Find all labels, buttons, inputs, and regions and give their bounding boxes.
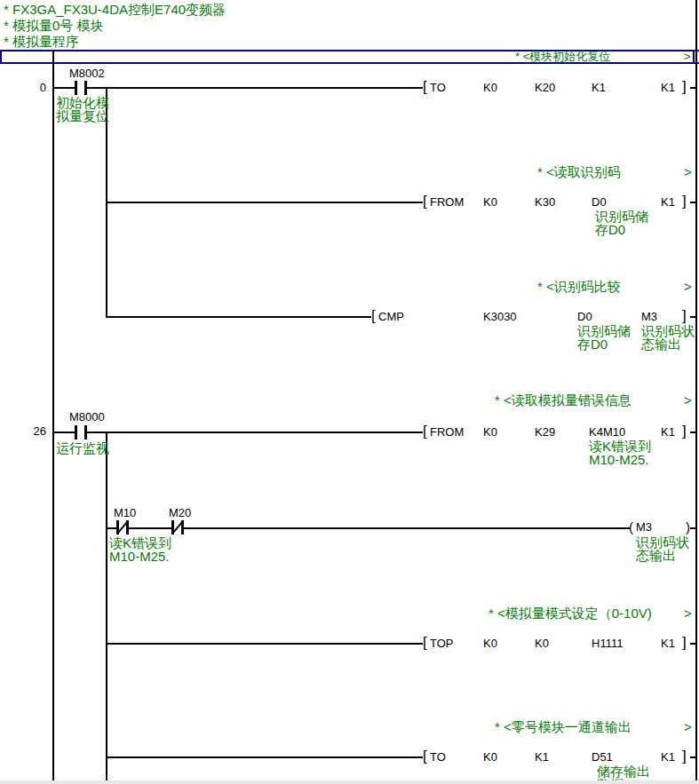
contact-bar bbox=[84, 81, 87, 95]
instruction-close-bracket: ] bbox=[682, 425, 687, 438]
contact-name: M10 bbox=[114, 507, 136, 519]
instruction-open-bracket: [ bbox=[423, 637, 427, 649]
instruction-close-bracket: ] bbox=[682, 750, 687, 763]
instruction-open-bracket: [ bbox=[423, 750, 427, 763]
rung-line bbox=[106, 202, 423, 203]
instruction-opcode: FROM bbox=[430, 426, 464, 439]
contact-name: M8000 bbox=[69, 411, 105, 424]
section-arrow: > bbox=[684, 280, 692, 294]
instruction-operand: D0 bbox=[577, 311, 592, 323]
ladder-editor-view: * FX3GA_FX3U-4DA控制E740变频器 * 模拟量0号 模块 * 模… bbox=[0, 0, 699, 784]
section-arrow: > bbox=[684, 165, 692, 179]
program-comment: * 模拟量程序 bbox=[4, 35, 79, 49]
instruction-operand: K1 bbox=[661, 196, 675, 209]
rung-line bbox=[54, 432, 423, 433]
section-arrow: > bbox=[684, 606, 692, 621]
instruction-open-bracket: [ bbox=[423, 425, 427, 438]
section-banner-init-arrow: > bbox=[684, 51, 691, 62]
instruction-operand: K1 bbox=[661, 426, 675, 439]
instruction-operand: K0 bbox=[535, 637, 549, 650]
section-comment-read-err: * <读取模拟量错误信息 bbox=[495, 393, 631, 408]
contact-comment: 读K错误到 M10-M25. bbox=[109, 536, 171, 563]
banner-left-edge bbox=[0, 50, 2, 64]
contact-name: M8002 bbox=[69, 67, 105, 80]
section-banner-init: * <模块初始化复位 bbox=[515, 51, 610, 62]
section-comment-ch1-out: * <零号模块一通道输出 bbox=[495, 720, 631, 734]
instruction-opcode: TO bbox=[430, 82, 446, 94]
contact-name: M20 bbox=[169, 507, 191, 519]
instruction-operand: K0 bbox=[483, 82, 497, 94]
left-power-rail bbox=[52, 50, 54, 784]
instruction-operand: K3030 bbox=[483, 311, 517, 323]
instruction-operand: K1 bbox=[661, 82, 675, 94]
rung-line bbox=[54, 87, 423, 89]
contact-comment: 运行监视 bbox=[56, 441, 109, 455]
branch-line bbox=[106, 432, 107, 784]
instruction-opcode: TOP bbox=[430, 637, 454, 650]
rung-line bbox=[690, 202, 695, 203]
section-comment-read-id: * <读取识别码 bbox=[537, 165, 621, 179]
instruction-operand: H1111 bbox=[592, 637, 623, 650]
instruction-operand: K0 bbox=[483, 196, 497, 209]
instruction-close-bracket: ] bbox=[682, 310, 687, 322]
operand-comment: 读K错误到 M10-M25. bbox=[589, 440, 651, 466]
section-comment-mode-set: * <模拟量模式设定（0-10V) bbox=[489, 606, 652, 621]
contact-bar bbox=[75, 425, 77, 440]
instruction-operand: D0 bbox=[592, 196, 607, 209]
instruction-open-bracket: [ bbox=[423, 81, 427, 93]
instruction-close-bracket: ] bbox=[682, 637, 687, 649]
operand-comment: 识别码储 存D0 bbox=[595, 210, 648, 236]
no-contact-m8000[interactable] bbox=[75, 425, 87, 440]
rung-line bbox=[690, 87, 695, 89]
rung-number: 0 bbox=[7, 82, 46, 94]
instruction-close-bracket: ] bbox=[682, 195, 687, 208]
instruction-operand: K0 bbox=[483, 426, 497, 439]
instruction-operand: K1 bbox=[661, 751, 675, 764]
rung-number: 26 bbox=[7, 425, 46, 438]
section-comment-cmp-id: * <识别码比较 bbox=[537, 280, 621, 294]
rung-line bbox=[106, 527, 630, 529]
rung-line bbox=[106, 756, 423, 758]
module-comment: * 模拟量0号 模块 bbox=[4, 19, 104, 33]
instruction-operand: K1 bbox=[592, 82, 606, 94]
instruction-operand: K0 bbox=[483, 637, 497, 650]
rung-line bbox=[690, 432, 695, 433]
section-arrow: > bbox=[684, 393, 692, 408]
instruction-opcode: TO bbox=[430, 751, 446, 764]
operand-comment: 识别码储 存D0 bbox=[577, 324, 631, 351]
rung-line bbox=[690, 316, 695, 318]
nc-contact-m10[interactable] bbox=[116, 520, 129, 535]
rung-line bbox=[106, 643, 423, 645]
section-arrow: > bbox=[684, 720, 692, 734]
nc-contact-m20[interactable] bbox=[171, 520, 184, 535]
contact-comment: 初始化模 拟量复位 bbox=[56, 96, 109, 123]
coil-open-paren: ( bbox=[629, 521, 633, 534]
contact-bar bbox=[75, 81, 77, 95]
instruction-opcode: CMP bbox=[378, 311, 404, 323]
rung-line bbox=[690, 643, 695, 645]
instruction-operand: K29 bbox=[535, 426, 555, 439]
instruction-operand: K0 bbox=[483, 751, 497, 764]
instruction-operand: M3 bbox=[641, 311, 657, 323]
banner-right-edge bbox=[693, 50, 695, 64]
coil-close-paren: ) bbox=[686, 521, 690, 534]
rung-line bbox=[690, 527, 695, 529]
instruction-operand: D51 bbox=[592, 751, 613, 764]
program-title-comment: * FX3GA_FX3U-4DA控制E740变频器 bbox=[4, 3, 226, 17]
instruction-opcode: FROM bbox=[430, 196, 464, 209]
instruction-operand: K4M10 bbox=[589, 426, 625, 439]
no-contact-m8002[interactable] bbox=[75, 81, 87, 95]
instruction-operand: K20 bbox=[535, 82, 555, 94]
instruction-operand: K30 bbox=[535, 196, 555, 209]
rung-line bbox=[690, 756, 695, 758]
instruction-close-bracket: ] bbox=[682, 81, 687, 93]
coil-device-name: M3 bbox=[636, 521, 652, 534]
operand-comment: 识别码状 态输出 bbox=[641, 324, 695, 351]
contact-bar bbox=[84, 425, 87, 440]
instruction-open-bracket: [ bbox=[371, 310, 376, 322]
instruction-operand: K1 bbox=[661, 637, 675, 650]
rung-line bbox=[106, 316, 371, 318]
instruction-operand: K1 bbox=[535, 751, 549, 764]
right-power-rail bbox=[695, 0, 697, 784]
instruction-open-bracket: [ bbox=[423, 195, 427, 208]
